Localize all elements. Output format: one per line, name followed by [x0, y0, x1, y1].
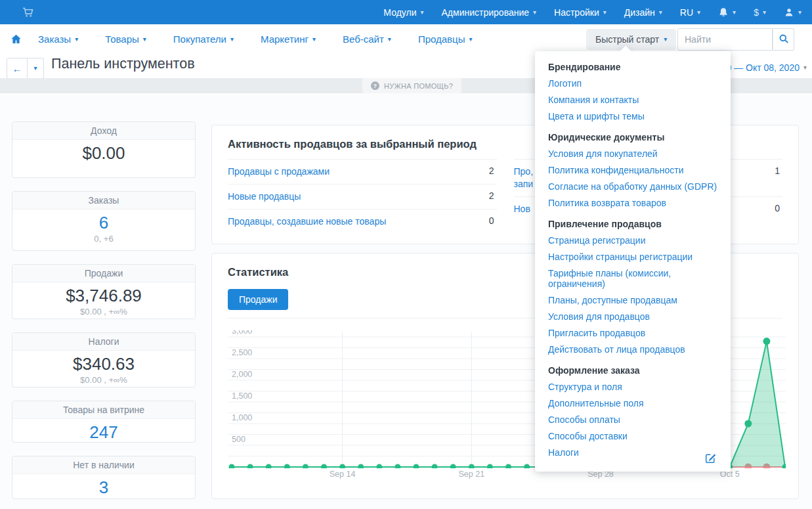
- chevron-down-icon: ▾: [697, 9, 700, 16]
- chevron-down-icon: ▾: [603, 9, 607, 16]
- vendor-activity-value: 0: [489, 215, 497, 226]
- nav-item-marketing[interactable]: Маркетинг▾: [261, 33, 316, 45]
- nav-item-label: Заказы: [38, 33, 71, 45]
- vendor-activity-row: Продавцы с продажами2: [228, 159, 497, 184]
- menu-item[interactable]: Настройки страницы регистрации: [548, 248, 717, 265]
- menu-item[interactable]: Условия для покупателей: [548, 145, 717, 162]
- quick-start-button[interactable]: Быстрый старт ▾: [586, 29, 676, 50]
- vendor-activity-link[interactable]: Продавцы, создавшие новые товары: [228, 215, 386, 228]
- stat-card-title: Заказы: [12, 192, 195, 210]
- menu-item[interactable]: Действовать от лица продавцов: [548, 341, 717, 357]
- topbar-menu-language[interactable]: RU▾: [680, 7, 700, 18]
- menu-item[interactable]: Планы, доступные продавцам: [548, 292, 717, 308]
- vendor-activity-link-line: Новые продавцы: [228, 190, 301, 203]
- user-account-menu[interactable]: ▾: [784, 7, 801, 18]
- admin-dashboard: Модули▾Администрирование▾Настройки▾Дизай…: [0, 0, 812, 509]
- menu-item[interactable]: Пригласить продавцов: [548, 324, 717, 341]
- menu-item[interactable]: Компания и контакты: [548, 91, 717, 108]
- nav-item-orders[interactable]: Заказы▾: [38, 33, 78, 45]
- need-help-button[interactable]: ? НУЖНА ПОМОЩЬ?: [362, 78, 461, 93]
- menu-item[interactable]: Структура и поля: [548, 378, 717, 395]
- vendor-activity-link-line: Про,: [514, 166, 534, 178]
- question-icon: ?: [371, 81, 379, 90]
- menu-item[interactable]: Согласие на обработку данных (GDPR): [548, 178, 717, 194]
- stat-card-value[interactable]: 247: [12, 422, 195, 443]
- chevron-down-icon: ▾: [469, 36, 472, 43]
- edit-page-icon[interactable]: [705, 453, 716, 464]
- date-range-selector[interactable]: 20 — Окт 08, 2020 ▾: [721, 62, 807, 73]
- topbar-menu-label: Администрирование: [442, 7, 530, 18]
- vendor-activity-link-line: запи: [514, 178, 534, 190]
- menu-item[interactable]: Способы оплаты: [548, 411, 717, 428]
- cart-icon[interactable]: [22, 6, 35, 19]
- menu-item[interactable]: Тарифные планы (комиссии, ограничения): [548, 265, 717, 292]
- stat-card-value[interactable]: 3: [12, 477, 195, 498]
- stat-card-value: $3,746.89: [12, 286, 195, 306]
- chevron-down-icon: ▾: [421, 9, 424, 16]
- sales-tab-button[interactable]: Продажи: [228, 289, 288, 310]
- topbar-menu-design[interactable]: Дизайн▾: [624, 7, 662, 18]
- menu-item[interactable]: Логотип: [548, 75, 717, 91]
- search-group: [677, 28, 794, 51]
- nav-item-label: Маркетинг: [261, 33, 309, 45]
- currency-icon: $: [754, 7, 759, 18]
- topbar-menu-settings[interactable]: Настройки▾: [554, 7, 607, 18]
- back-history-dropdown[interactable]: ▾: [28, 58, 44, 79]
- stat-card-subvalue: $0.00 , +∞%: [12, 307, 195, 317]
- back-button-group: ← ▾: [7, 58, 44, 77]
- topbar-menu-administration[interactable]: Администрирование▾: [442, 7, 537, 18]
- search-button[interactable]: [773, 28, 794, 51]
- nav-item-products[interactable]: Товары▾: [105, 33, 146, 45]
- svg-text:1,500: 1,500: [232, 391, 252, 401]
- stat-card-income: Доход$0.00: [12, 122, 196, 178]
- vendor-activity-link[interactable]: Нов: [514, 203, 530, 215]
- menu-item[interactable]: Дополнительные поля: [548, 395, 717, 411]
- home-icon[interactable]: [11, 33, 22, 45]
- vendor-activity-link-line: Нов: [514, 203, 530, 215]
- nav-item-customers[interactable]: Покупатели▾: [173, 33, 234, 45]
- x-axis-label: Sep 21: [458, 470, 484, 479]
- topbar-menu-modules[interactable]: Модули▾: [383, 7, 423, 18]
- chevron-down-icon: ▾: [33, 65, 37, 72]
- user-icon: [784, 7, 794, 18]
- vendor-activity-row: Продавцы, создавшие новые товары0: [228, 209, 497, 234]
- topbar-menus: Модули▾Администрирование▾Настройки▾Дизай…: [383, 0, 801, 24]
- topbar-menu-label: Модули: [383, 7, 416, 18]
- nav-item-label: Товары: [105, 33, 139, 45]
- back-button[interactable]: ←: [7, 58, 28, 79]
- vendor-activity-link[interactable]: Про,запи: [514, 166, 534, 190]
- menu-item[interactable]: Политика конфиденциальности: [548, 162, 717, 178]
- nav-items: Заказы▾Товары▾Покупатели▾Маркетинг▾Веб-с…: [38, 24, 472, 54]
- vendor-activity-link[interactable]: Новые продавцы: [228, 190, 301, 203]
- stat-card-value[interactable]: 6: [12, 213, 195, 233]
- chevron-down-icon: ▾: [798, 9, 801, 16]
- menu-item[interactable]: Способы доставки: [548, 428, 717, 444]
- stat-card-title: Нет в наличии: [12, 456, 195, 474]
- currency-menu[interactable]: $▾: [754, 7, 766, 18]
- search-icon: [779, 33, 789, 46]
- bell-icon: [718, 7, 729, 18]
- page-title: Панель инструментов: [51, 56, 195, 72]
- nav-item-vendors[interactable]: Продавцы▾: [418, 33, 473, 45]
- chevron-down-icon: ▾: [733, 9, 736, 16]
- vendor-activity-link[interactable]: Продавцы с продажами: [228, 166, 330, 178]
- menu-item[interactable]: Страница регистрации: [548, 232, 717, 248]
- search-input[interactable]: [677, 28, 773, 51]
- chevron-down-icon: ▾: [312, 36, 316, 43]
- menu-item[interactable]: Цвета и шрифты темы: [548, 108, 717, 124]
- nav-item-website[interactable]: Веб-сайт▾: [343, 33, 391, 45]
- menu-item[interactable]: Налоги: [548, 444, 717, 460]
- stat-card-subvalue: $0.00 , +∞%: [12, 375, 195, 385]
- stat-card-body: 247: [12, 419, 195, 443]
- date-range-text: 20 — Окт 08, 2020: [721, 62, 800, 73]
- notifications-menu[interactable]: ▾: [718, 7, 736, 18]
- menu-item[interactable]: Условия для продавцов: [548, 308, 717, 324]
- vendor-activity-value: 0: [775, 203, 782, 213]
- menu-item[interactable]: Политика возврата товаров: [548, 194, 717, 211]
- chevron-down-icon: ▾: [664, 36, 667, 43]
- svg-text:1,000: 1,000: [232, 413, 252, 422]
- vendor-activity-link-line: Продавцы, создавшие новые товары: [228, 215, 386, 228]
- stat-card-out-of-stock: Нет в наличии3: [12, 456, 196, 499]
- stat-card-subvalue: 0, +6: [12, 234, 195, 244]
- nav-item-label: Покупатели: [173, 33, 226, 45]
